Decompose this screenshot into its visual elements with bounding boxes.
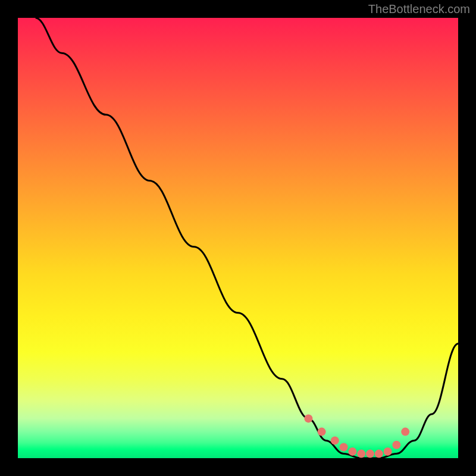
optimal-marker-dot xyxy=(366,450,374,458)
optimal-marker-dot xyxy=(375,450,383,458)
bottleneck-curve-path xyxy=(36,18,458,458)
chart-svg xyxy=(18,18,458,458)
optimal-marker-dot xyxy=(331,436,339,444)
optimal-marker-dot xyxy=(318,428,326,436)
watermark-text: TheBottleneck.com xyxy=(368,2,470,16)
optimal-marker-dot xyxy=(304,414,312,422)
optimal-marker-dot xyxy=(357,450,365,458)
optimal-marker-dot xyxy=(392,441,400,449)
optimal-marker-dot xyxy=(348,447,356,456)
curve-line xyxy=(36,18,458,458)
optimal-marker-dot xyxy=(340,443,348,452)
optimal-marker-dot xyxy=(384,447,392,456)
chart-plot-area xyxy=(18,18,458,458)
optimal-marker-dot xyxy=(401,428,409,436)
